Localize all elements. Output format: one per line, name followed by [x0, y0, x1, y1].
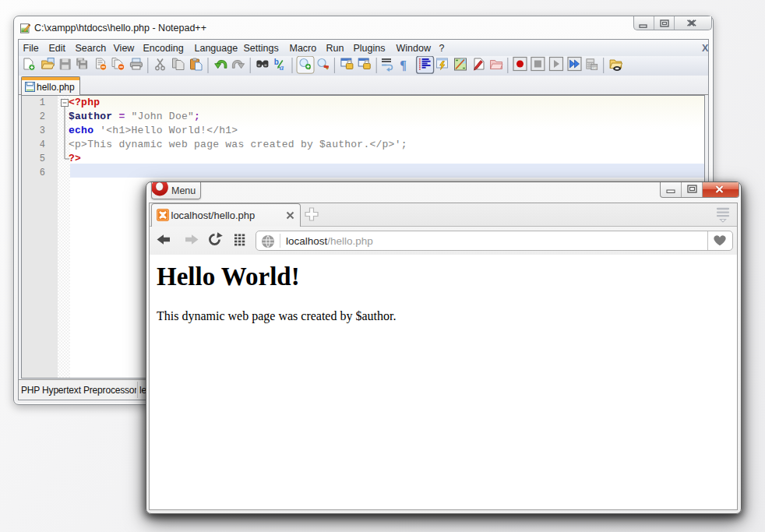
svg-text:b: b	[274, 58, 279, 66]
svg-text:¶: ¶	[400, 58, 407, 72]
svg-text:uc: uc	[592, 65, 597, 70]
